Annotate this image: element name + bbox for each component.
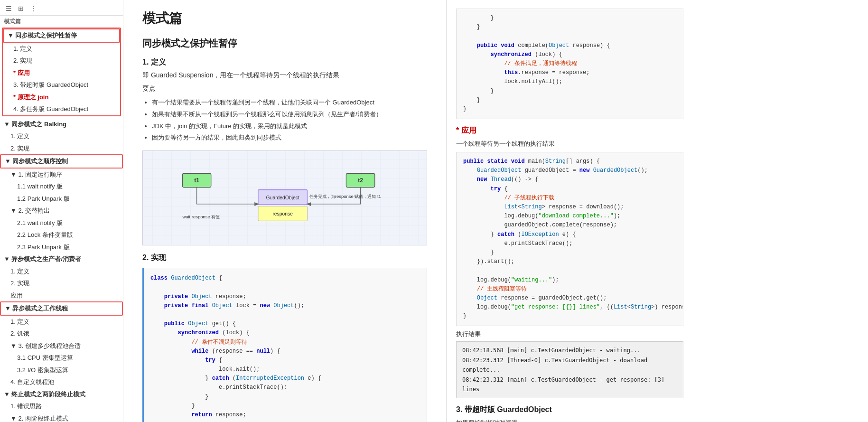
sidebar-item-30[interactable]: 1. 错误思路 bbox=[0, 400, 123, 413]
sidebar-item-18[interactable]: ▼ 异步模式之生产者/消费者 bbox=[0, 253, 123, 265]
point-item: JDK 中，join 的实现，Future 的实现，采用的就是此模式 bbox=[152, 122, 427, 131]
svg-text:wait response 有值: wait response 有值 bbox=[182, 214, 220, 219]
list-icon[interactable]: ☰ bbox=[4, 4, 13, 13]
tree-icon[interactable]: ⋮ bbox=[28, 4, 38, 13]
sidebar-item-15[interactable]: 2.1 wait notify 版 bbox=[0, 217, 123, 229]
sidebar-item-7[interactable]: ▼ 同步模式之 Balking bbox=[0, 118, 123, 131]
exec-line-1: 08:42:18.568 [main] c.TestGuardedObject … bbox=[462, 347, 641, 354]
sidebar-item-11[interactable]: ▼ 1. 固定运行顺序 bbox=[0, 169, 123, 181]
sidebar-item-29[interactable]: ▼ 终止模式之两阶段终止模式 bbox=[0, 388, 123, 401]
page-title: 模式篇 bbox=[142, 9, 427, 28]
sidebar-item-14[interactable]: ▼ 2. 交替输出 bbox=[0, 205, 123, 217]
point-item: 因为要等待另一方的结果，因此归类到同步模式 bbox=[152, 133, 427, 143]
sidebar-item-9[interactable]: 2. 实现 bbox=[0, 142, 123, 155]
sidebar-item-26[interactable]: 3.1 CPU 密集型运算 bbox=[0, 352, 123, 364]
sidebar-item-1[interactable]: 1. 定义 bbox=[3, 43, 120, 55]
guarded-v2-desc: 如果要控制超时时间呢 bbox=[456, 419, 683, 422]
exec-title: 执行结果 bbox=[456, 330, 683, 338]
sidebar-title: 模式篇 bbox=[0, 16, 123, 27]
svg-text:任务完成，为response 赋值，通知 t1: 任务完成，为response 赋值，通知 t1 bbox=[309, 194, 381, 199]
sidebar-item-12[interactable]: 1.1 wait notify 版 bbox=[0, 180, 123, 193]
exec-result: 08:42:18.568 [main] c.TestGuardedObject … bbox=[456, 341, 683, 398]
svg-text:GuardedObject: GuardedObject bbox=[266, 195, 299, 200]
right-code-closing: } } public void complete(Object response… bbox=[456, 9, 683, 119]
sidebar-item-22[interactable]: ▼ 异步模式之工作线程 bbox=[0, 301, 123, 316]
sidebar-item-20[interactable]: 2. 实现 bbox=[0, 277, 123, 290]
sidebar-item-4[interactable]: 3. 带超时版 GuardedObject bbox=[3, 79, 120, 91]
def-title: 1. 定义 bbox=[142, 57, 427, 67]
sidebar-item-21[interactable]: 应用 bbox=[0, 290, 123, 302]
sidebar-item-5[interactable]: * 原理之 join bbox=[3, 91, 120, 103]
sidebar-item-16[interactable]: 2.2 Lock 条件变量版 bbox=[0, 229, 123, 241]
sidebar-item-31[interactable]: ▼ 2. 两阶段终止模式 bbox=[0, 413, 123, 422]
def-intro: 即 Guarded Suspension，用在一个线程等待另一个线程的执行结果 bbox=[142, 71, 427, 80]
sidebar-item-25[interactable]: ▼ 3. 创建多少线程池合适 bbox=[0, 340, 123, 352]
sidebar-item-3[interactable]: * 应用 bbox=[3, 67, 120, 79]
svg-text:response: response bbox=[272, 211, 293, 216]
diagram: t1 t2 GuardedObject response wait respon… bbox=[142, 150, 427, 245]
exec-line-2: 08:42:23.312 [Thread-0] c.TestGuardedObj… bbox=[462, 357, 647, 373]
app-title: * 应用 bbox=[456, 126, 683, 136]
sidebar-item-28[interactable]: 4. 自定义线程池 bbox=[0, 376, 123, 388]
sidebar-item-8[interactable]: 1. 定义 bbox=[0, 130, 123, 142]
sidebar-tree: ▼ 同步模式之保护性暂停1. 定义2. 实现* 应用3. 带超时版 Guarde… bbox=[0, 28, 123, 422]
sidebar-item-6[interactable]: 4. 多任务版 GuardedObject bbox=[3, 103, 120, 115]
app-code-block: public static void main(String[] args) {… bbox=[456, 152, 683, 326]
sidebar-toolbar: ☰ ⊞ ⋮ bbox=[0, 2, 123, 16]
impl-title: 2. 实现 bbox=[142, 253, 427, 263]
svg-text:t1: t1 bbox=[194, 177, 199, 184]
sidebar-item-27[interactable]: 3.2 I/O 密集型运算 bbox=[0, 364, 123, 376]
exec-line-3: 08:42:23.312 [main] c.TestGuardedObject … bbox=[462, 376, 664, 393]
sidebar-item-19[interactable]: 1. 定义 bbox=[0, 265, 123, 278]
guarded-v2-title: 3. 带超时版 GuardedObject bbox=[456, 405, 683, 415]
main-content: 模式篇 同步模式之保护性暂停 1. 定义 即 Guarded Suspensio… bbox=[123, 0, 446, 422]
right-panel: } } public void complete(Object response… bbox=[446, 0, 693, 422]
sidebar-item-2[interactable]: 2. 实现 bbox=[3, 55, 120, 67]
code-block-main: class GuardedObject { private Object res… bbox=[142, 268, 427, 422]
def-points-list: 有一个结果需要从一个线程传递到另一个线程，让他们关联同一个 GuardedObj… bbox=[152, 98, 427, 143]
grid-icon[interactable]: ⊞ bbox=[16, 4, 26, 13]
app-desc: 一个线程等待另一个线程的执行结果 bbox=[456, 140, 683, 148]
sidebar-item-24[interactable]: 2. 饥饿 bbox=[0, 328, 123, 340]
svg-text:t2: t2 bbox=[358, 177, 363, 184]
sidebar-item-10[interactable]: ▼ 同步模式之顺序控制 bbox=[0, 154, 123, 169]
sidebar-item-0[interactable]: ▼ 同步模式之保护性暂停 bbox=[3, 28, 120, 43]
sidebar-item-13[interactable]: 1.2 Park Unpark 版 bbox=[0, 193, 123, 205]
point-item: 有一个结果需要从一个线程传递到另一个线程，让他们关联同一个 GuardedObj… bbox=[152, 98, 427, 108]
sidebar: ☰ ⊞ ⋮ 模式篇 ▼ 同步模式之保护性暂停1. 定义2. 实现* 应用3. 带… bbox=[0, 0, 123, 422]
sidebar-item-23[interactable]: 1. 定义 bbox=[0, 316, 123, 328]
def-points-title: 要点 bbox=[142, 84, 427, 93]
section1-title: 同步模式之保护性暂停 bbox=[142, 37, 427, 50]
sidebar-item-17[interactable]: 2.3 Park Unpark 版 bbox=[0, 241, 123, 253]
point-item: 如果有结果不断从一个线程到另一个线程那么可以使用消息队列（见生产者/消费者） bbox=[152, 110, 427, 120]
